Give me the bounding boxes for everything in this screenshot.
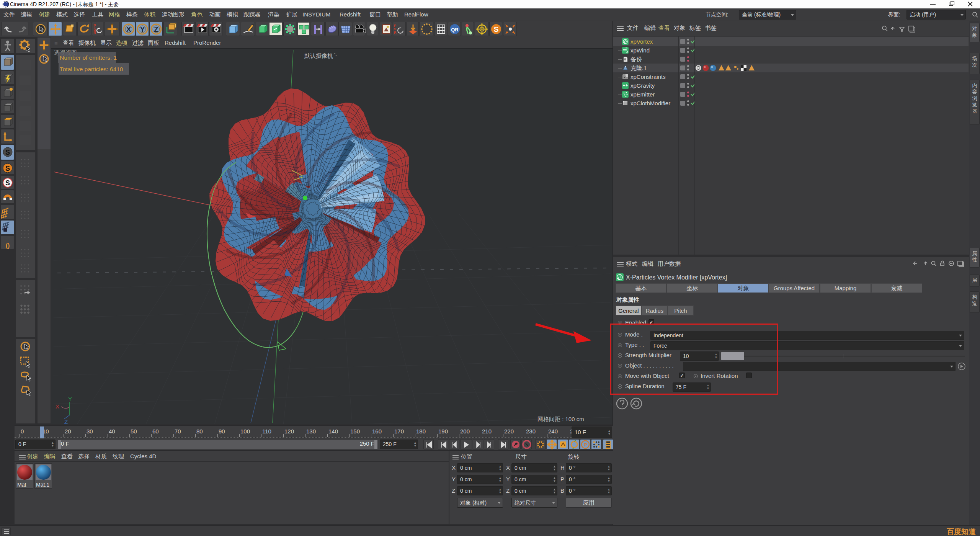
svg-text:Y: Y: [140, 25, 145, 33]
svg-text:QR: QR: [451, 27, 459, 33]
svg-text:S: S: [5, 179, 10, 187]
svg-text:S: S: [494, 25, 499, 33]
svg-text:X: X: [126, 25, 131, 33]
svg-text:(): (): [6, 242, 10, 249]
svg-text:S: S: [5, 165, 10, 172]
svg-text:R: R: [394, 31, 397, 34]
svg-text:Z: Z: [64, 418, 68, 424]
svg-text:R: R: [93, 31, 96, 35]
svg-text:S: S: [5, 149, 10, 156]
svg-text:X: X: [56, 403, 59, 410]
svg-text:P: P: [584, 442, 587, 448]
svg-text:Y: Y: [68, 395, 72, 402]
svg-text:Z: Z: [154, 25, 158, 33]
